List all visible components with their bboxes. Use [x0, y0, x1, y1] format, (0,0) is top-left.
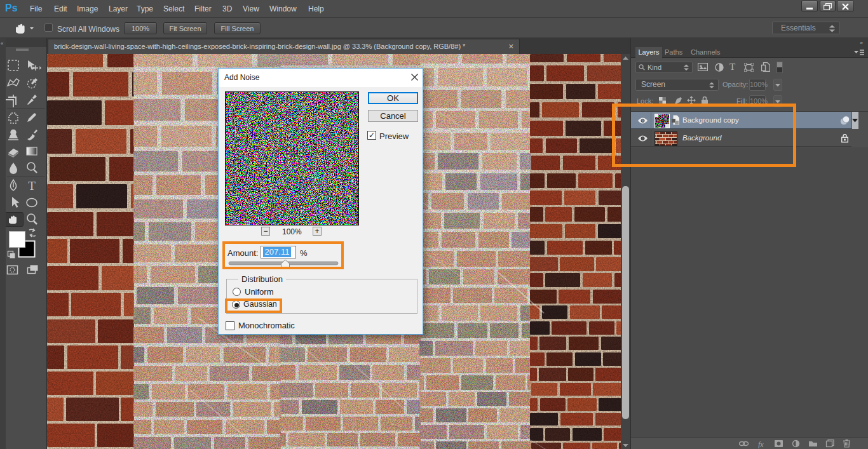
svg-text:T: T: [28, 179, 36, 192]
svg-text:fx: fx: [758, 440, 764, 448]
